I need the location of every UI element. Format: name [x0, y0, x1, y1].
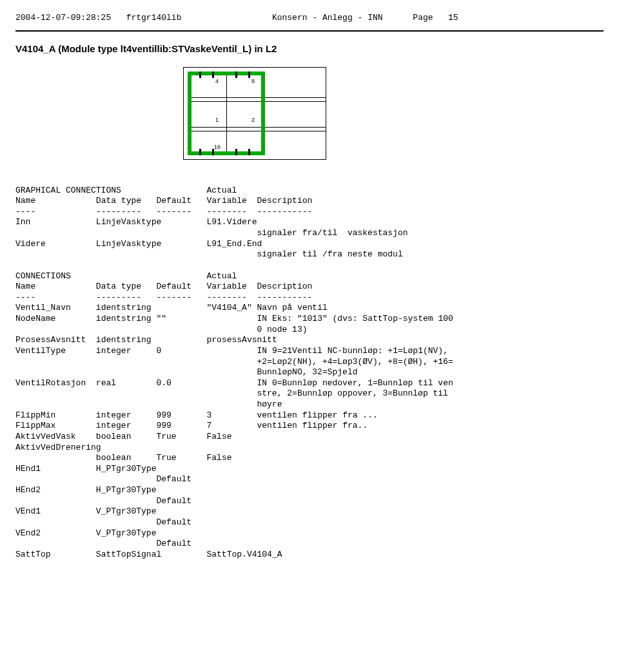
row-desc: 0 node 13) — [257, 325, 307, 334]
row-def: 999 — [156, 421, 171, 430]
row-type: V_PTgr30Type — [96, 528, 157, 538]
row-name: FlippMax — [15, 421, 55, 430]
row-def: 0 — [156, 346, 161, 356]
row-type: identstring — [96, 314, 152, 323]
row-desc: +2=Løp2(NH), +4=Løp3(ØV), +8=(ØH), +16= — [257, 357, 453, 367]
dash: --------- — [96, 207, 141, 216]
col-type: Data type — [96, 282, 141, 291]
page-header: 2004-12-07-09:28:25 frtgr140lib Konsern … — [15, 13, 604, 23]
row-var: 3 — [206, 410, 211, 420]
row-type: V_PTgr30Type — [96, 506, 157, 516]
row-def: Default — [156, 474, 192, 484]
row-desc: IN 9=21Ventil NC-bunnløp: +1=Løp1(NV), — [257, 346, 448, 356]
module-diagram: 4 8 1 2 16 — [183, 67, 604, 160]
row-name: AktivVedVask — [15, 432, 76, 441]
row-def: 0.0 — [156, 378, 171, 388]
row-desc: BunnløpNO, 32=Spjeld — [257, 367, 357, 377]
row-name: VEnd1 — [15, 506, 41, 516]
dash: ------- — [156, 207, 192, 216]
row-type: boolean — [96, 453, 132, 463]
row-def: True — [156, 453, 176, 463]
dash: --------- — [96, 293, 141, 302]
col-variable: Variable — [206, 196, 246, 206]
row-type: integer — [96, 346, 132, 356]
row-name: HEnd1 — [15, 464, 41, 474]
row-type: identstring — [96, 303, 152, 312]
diagram-num-4: 4 — [215, 78, 219, 84]
row-def: Default — [156, 517, 192, 527]
sec1-heading-left: GRAPHICAL CONNECTIONS — [15, 186, 121, 195]
dash: ------- — [156, 293, 192, 302]
diagram-num-2: 2 — [251, 117, 255, 123]
row-desc: signaler fra/til vaskestasjon — [257, 228, 408, 238]
doc-body: GRAPHICAL CONNECTIONS Actual Name Data t… — [15, 186, 604, 561]
header-pagelabel: Page — [413, 13, 433, 23]
row-name: SattTop — [15, 550, 51, 559]
row-name: FlippMin — [15, 410, 55, 420]
row-var: L91_End.End — [206, 239, 262, 249]
dash: ----------- — [257, 293, 313, 302]
sec2-heading-right: Actual — [206, 271, 237, 281]
row-var: False — [207, 432, 232, 441]
col-name: Name — [15, 196, 35, 206]
header-lib: frtgr140lib — [126, 13, 182, 23]
col-description: Description — [257, 196, 313, 206]
row-desc: stre, 2=Bunnløp oppover, 3=Bunnløp til — [257, 389, 447, 398]
divider — [15, 30, 604, 32]
row-var: False — [206, 453, 231, 463]
row-name: VEnd2 — [15, 528, 41, 538]
row-var: L91.Videre — [206, 217, 257, 227]
row-def: 999 — [156, 410, 171, 420]
row-name: HEnd2 — [15, 485, 41, 495]
row-name: Videre — [15, 239, 46, 249]
col-type: Data type — [96, 196, 141, 206]
row-desc: signaler til /fra neste modul — [257, 249, 402, 259]
col-default: Default — [156, 282, 192, 291]
header-pagenum: 15 — [448, 13, 458, 23]
row-desc: høyre — [257, 399, 282, 409]
row-name: VentilType — [15, 346, 66, 356]
row-type: LinjeVasktype — [96, 217, 161, 227]
row-var: "V4104_A" — [207, 303, 252, 312]
row-type: SattTopSignal — [96, 550, 161, 559]
dash: ---- — [15, 207, 35, 216]
col-default: Default — [156, 196, 192, 206]
row-var: 7 — [206, 421, 211, 430]
row-var: prosessAvsnitt — [206, 335, 277, 345]
col-description: Description — [257, 282, 313, 291]
header-center: Konsern - Anlegg - INN — [272, 13, 383, 23]
col-variable: Variable — [206, 282, 246, 291]
row-desc: ventilen flipper fra.. — [257, 421, 368, 430]
row-type: integer — [96, 421, 132, 430]
row-name: VentilRotasjon — [15, 378, 86, 388]
row-type: identstring — [96, 335, 152, 345]
row-def: True — [156, 432, 176, 441]
row-name: AktivVedDrenering — [15, 443, 101, 452]
row-type: real — [96, 378, 116, 388]
dash: ----------- — [257, 207, 313, 216]
row-name: NodeName — [15, 314, 55, 323]
diagram-num-16: 16 — [214, 144, 221, 150]
row-type: boolean — [96, 432, 132, 441]
row-type: H_PTgr30Type — [96, 464, 157, 474]
diagram-num-8: 8 — [251, 78, 255, 84]
module-title: V4104_A (Module type lt4ventillib:STVask… — [15, 43, 604, 54]
dash: -------- — [206, 207, 246, 216]
dash: -------- — [206, 293, 246, 302]
row-def: Default — [156, 539, 192, 548]
diagram-num-1: 1 — [215, 117, 219, 123]
row-type: LinjeVasktype — [96, 239, 161, 249]
row-var: SattTop.V4104_A — [206, 550, 282, 559]
col-name: Name — [15, 282, 35, 291]
row-desc: Navn på ventil — [257, 303, 328, 312]
row-desc: IN Eks: "1013" (dvs: SattTop-system 100 — [257, 314, 453, 323]
sec2-heading-left: CONNECTIONS — [15, 271, 71, 281]
header-timestamp: 2004-12-07-09:28:25 — [15, 13, 111, 23]
row-def: Default — [156, 496, 192, 506]
dash: ---- — [15, 293, 35, 302]
row-name: Ventil_Navn — [15, 303, 71, 312]
sec1-heading-right: Actual — [206, 186, 237, 195]
row-name: ProsessAvsnitt — [15, 335, 86, 345]
row-type: integer — [96, 410, 132, 420]
row-type: H_PTgr30Type — [96, 485, 157, 495]
